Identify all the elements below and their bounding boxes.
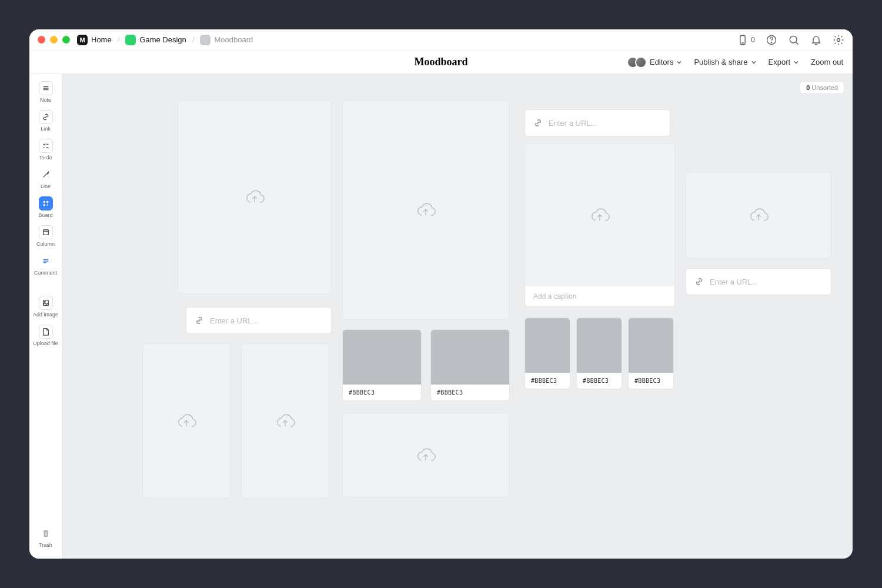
link-icon [533,118,543,128]
swatch-color [343,330,421,385]
workspace: Note Link To-do Line Board Column [29,74,853,559]
file-icon [39,325,53,339]
upload-placeholder[interactable] [342,413,509,497]
help-icon[interactable] [766,34,777,46]
export-dropdown[interactable]: Export [769,58,800,66]
upload-placeholder[interactable] [241,343,329,499]
color-swatch[interactable]: #BBBEC3 [628,318,674,389]
note-icon [39,81,53,95]
upload-placeholder[interactable] [686,172,831,259]
tool-label: Add image [33,312,58,318]
tool-board[interactable]: Board [32,194,60,220]
breadcrumb-project[interactable]: Game Design [125,35,186,45]
close-window[interactable] [38,36,45,44]
tool-todo[interactable]: To-do [32,136,60,163]
cloud-upload-icon [415,446,436,464]
publish-dropdown[interactable]: Publish & share [694,58,756,66]
breadcrumb-home[interactable]: M Home [77,35,112,45]
url-card[interactable] [524,109,670,136]
svg-point-4 [790,36,797,43]
swatch-color [431,330,509,385]
svg-point-17 [46,205,48,206]
svg-line-13 [43,173,47,177]
chevron-down-icon [751,59,757,65]
cloud-upload-icon [415,201,436,219]
url-card[interactable] [686,268,831,295]
cloud-upload-icon [275,412,296,430]
upload-placeholder[interactable] [342,100,509,320]
breadcrumb-project-label: Game Design [139,35,186,44]
gear-icon[interactable] [833,34,844,46]
unsorted-badge[interactable]: 0Unsorted [800,81,844,94]
tool-link[interactable]: Link [32,108,60,134]
minimize-window[interactable] [50,36,58,44]
image-icon [39,296,53,310]
zoom-window[interactable] [62,36,70,44]
tool-label: Line [41,183,51,189]
app-window: M Home / Game Design / Moodboard 0 [29,29,853,559]
canvas[interactable]: 0Unsorted #BBBEC3 [62,74,853,559]
export-label: Export [769,58,791,66]
phone-icon [737,34,749,46]
breadcrumb: M Home / Game Design / Moodboard [77,35,253,45]
tool-trash[interactable]: Trash [32,524,60,550]
phone-preview-button[interactable]: 0 [737,34,755,46]
search-icon[interactable] [788,34,800,46]
publish-label: Publish & share [694,58,747,66]
zoom-out-label: Zoom out [811,58,843,66]
breadcrumb-current[interactable]: Moodboard [200,35,253,45]
link-icon [694,277,704,286]
url-input[interactable] [549,119,662,128]
cloud-upload-icon [176,412,197,430]
url-input[interactable] [710,278,823,286]
tool-label: Upload file [33,340,58,346]
editors-dropdown[interactable]: Editors [627,56,682,68]
url-card[interactable] [186,307,332,334]
tool-add-image[interactable]: Add image [32,293,60,320]
svg-point-15 [46,201,48,203]
bell-icon[interactable] [810,34,822,46]
unsorted-label: Unsorted [811,84,838,91]
svg-point-16 [43,204,45,206]
upload-placeholder[interactable] [178,100,332,294]
home-icon: M [77,35,88,45]
image-caption-card[interactable]: Add a caption [524,143,675,307]
board-icon [39,196,53,211]
tool-label: Note [40,97,51,103]
color-swatch[interactable]: #BBBEC3 [342,329,422,401]
upload-placeholder[interactable] [142,343,230,499]
tool-label: Trash [39,542,52,548]
tool-line[interactable]: Line [32,165,60,192]
breadcrumb-page-label: Moodboard [214,35,253,44]
zoom-out-button[interactable]: Zoom out [811,58,843,66]
swatch-hex: #BBBEC3 [525,373,570,389]
cloud-upload-icon [748,206,769,224]
avatar [635,56,647,68]
header-actions: Editors Publish & share Export Zoom out [627,56,843,68]
avatar-stack [627,56,647,68]
unsorted-count: 0 [806,84,810,91]
titlebar-actions: 0 [737,34,844,46]
page-header: Moodboard Editors Publish & share Export… [29,51,853,74]
tool-upload-file[interactable]: Upload file [32,322,60,349]
swatch-hex: #BBBEC3 [431,385,509,400]
tool-note[interactable]: Note [32,79,60,105]
url-input[interactable] [210,316,323,325]
page-icon [200,35,211,45]
tool-column[interactable]: Column [32,223,60,249]
column-icon [39,225,53,239]
chevron-down-icon [793,59,799,65]
line-icon [39,168,53,182]
link-icon [195,316,204,325]
caption-placeholder[interactable]: Add a caption [525,286,674,306]
titlebar: M Home / Game Design / Moodboard 0 [29,29,853,51]
color-swatch[interactable]: #BBBEC3 [576,318,622,389]
todo-icon [39,139,53,153]
chevron-down-icon [676,59,682,65]
color-swatch[interactable]: #BBBEC3 [524,318,570,389]
tool-label: To-do [39,155,52,161]
svg-point-3 [771,42,772,42]
color-swatch[interactable]: #BBBEC3 [430,329,510,401]
tool-comment[interactable]: Comment [32,252,60,278]
swatch-color [525,318,570,373]
